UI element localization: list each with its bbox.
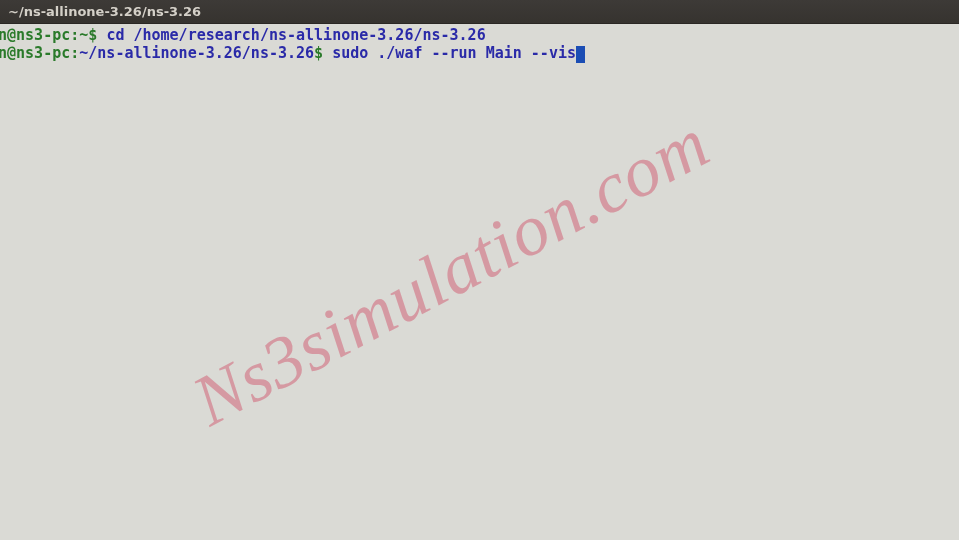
prompt-user-host: n@ns3-pc: [0, 44, 70, 62]
watermark-text: Ns3simulation.com: [178, 99, 723, 443]
prompt-dollar: $: [314, 44, 332, 62]
window-titlebar: ~/ns-allinone-3.26/ns-3.26: [0, 0, 959, 24]
prompt-path: ~/ns-allinone-3.26/ns-3.26: [79, 44, 314, 62]
terminal-line: n@ns3-pc:~$ cd /home/research/ns-allinon…: [0, 26, 959, 44]
prompt-sep: :: [70, 44, 79, 62]
prompt-path: ~: [79, 26, 88, 44]
prompt-sep: :: [70, 26, 79, 44]
window-title: ~/ns-allinone-3.26/ns-3.26: [8, 4, 201, 19]
prompt-dollar: $: [88, 26, 106, 44]
terminal-line: n@ns3-pc:~/ns-allinone-3.26/ns-3.26$ sud…: [0, 44, 959, 62]
command-text: cd /home/research/ns-allinone-3.26/ns-3.…: [106, 26, 485, 44]
terminal-body[interactable]: n@ns3-pc:~$ cd /home/research/ns-allinon…: [0, 24, 959, 540]
command-text: sudo ./waf --run Main --vis: [332, 44, 576, 62]
prompt-user-host: n@ns3-pc: [0, 26, 70, 44]
cursor-block: [576, 46, 585, 63]
